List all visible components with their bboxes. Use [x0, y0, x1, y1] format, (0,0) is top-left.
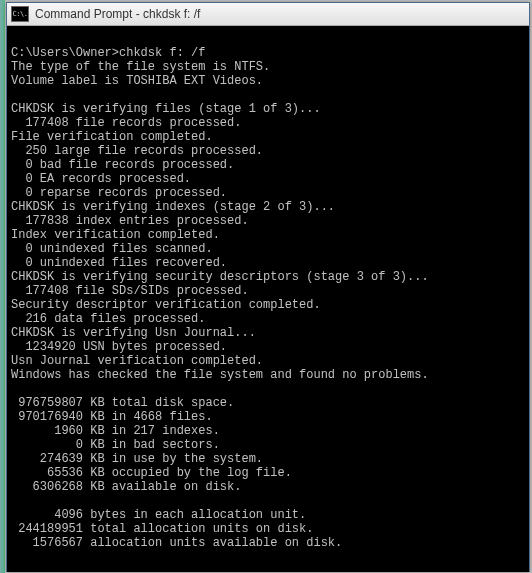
terminal-line	[11, 494, 527, 508]
terminal-line: Usn Journal verification completed.	[11, 354, 527, 368]
terminal-line: CHKDSK is verifying files (stage 1 of 3)…	[11, 102, 527, 116]
terminal-line: 65536 KB occupied by the log file.	[11, 466, 527, 480]
terminal-line	[11, 382, 527, 396]
left-accent	[0, 0, 5, 573]
terminal-line	[11, 88, 527, 102]
terminal-line: 976759807 KB total disk space.	[11, 396, 527, 410]
terminal-line: Windows has checked the file system and …	[11, 368, 527, 382]
terminal-line: 0 KB in bad sectors.	[11, 438, 527, 452]
terminal-line: C:\Users\Owner>chkdsk f: /f	[11, 46, 527, 60]
terminal-line: 0 reparse records processed.	[11, 186, 527, 200]
terminal-line: CHKDSK is verifying Usn Journal...	[11, 326, 527, 340]
terminal-output: C:\Users\Owner>chkdsk f: /fThe type of t…	[7, 26, 529, 572]
terminal-line: 4096 bytes in each allocation unit.	[11, 508, 527, 522]
terminal-line: 0 unindexed files recovered.	[11, 256, 527, 270]
terminal-line: 1234920 USN bytes processed.	[11, 340, 527, 354]
command-prompt-window: C:\. Command Prompt - chkdsk f: /f C:\Us…	[6, 2, 530, 572]
terminal-line: CHKDSK is verifying indexes (stage 2 of …	[11, 200, 527, 214]
cmd-icon: C:\.	[11, 6, 29, 22]
terminal-line: 177408 file SDs/SIDs processed.	[11, 284, 527, 298]
terminal-line: 1960 KB in 217 indexes.	[11, 424, 527, 438]
terminal-line: 0 bad file records processed.	[11, 158, 527, 172]
terminal-line: 274639 KB in use by the system.	[11, 452, 527, 466]
terminal-line: Index verification completed.	[11, 228, 527, 242]
terminal-line: 6306268 KB available on disk.	[11, 480, 527, 494]
terminal-line: 0 unindexed files scanned.	[11, 242, 527, 256]
terminal-line: 0 EA records processed.	[11, 172, 527, 186]
titlebar[interactable]: C:\. Command Prompt - chkdsk f: /f	[7, 3, 529, 26]
terminal-line: 250 large file records processed.	[11, 144, 527, 158]
window-title: Command Prompt - chkdsk f: /f	[35, 7, 200, 21]
terminal-line: CHKDSK is verifying security descriptors…	[11, 270, 527, 284]
terminal-line: 177408 file records processed.	[11, 116, 527, 130]
terminal-line: File verification completed.	[11, 130, 527, 144]
terminal-line: Volume label is TOSHIBA EXT Videos.	[11, 74, 527, 88]
terminal-line: Security descriptor verification complet…	[11, 298, 527, 312]
terminal-line: 177838 index entries processed.	[11, 214, 527, 228]
terminal-line: 970176940 KB in 4668 files.	[11, 410, 527, 424]
terminal-line: 244189951 total allocation units on disk…	[11, 522, 527, 536]
terminal-line: 1576567 allocation units available on di…	[11, 536, 527, 550]
terminal-line: The type of the file system is NTFS.	[11, 60, 527, 74]
terminal-line	[11, 32, 527, 46]
terminal-line: 216 data files processed.	[11, 312, 527, 326]
